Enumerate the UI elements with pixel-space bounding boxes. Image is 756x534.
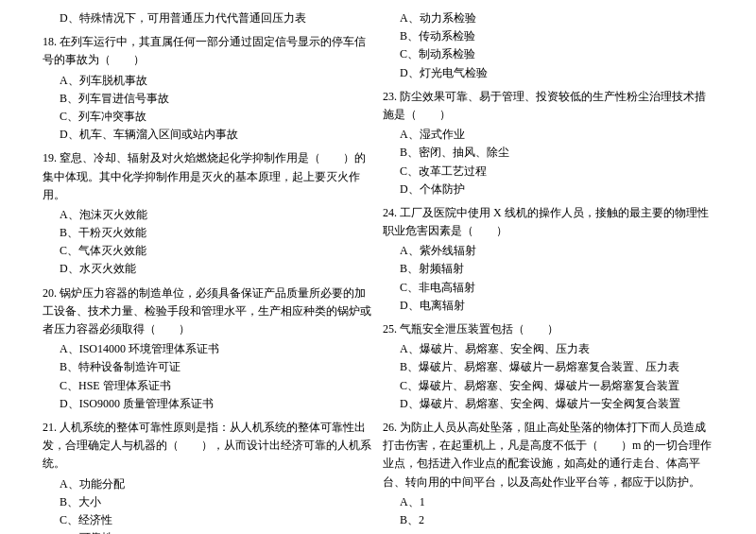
question-24: 24. 工厂及医院中使用 X 线机的操作人员，接触的最主要的物理性职业危害因素是…: [383, 204, 713, 315]
option-text: D、特殊情况下，可用普通压力代代普通回压力表: [43, 9, 373, 27]
option-d-special: D、特殊情况下，可用普通压力代代普通回压力表: [43, 9, 373, 27]
question-19: 19. 窒息、冷却、辐射及对火焰燃烧起化学抑制作用是（ ）的集中体现。其中化学抑…: [43, 149, 373, 278]
q26-text: 26. 为防止人员从高处坠落，阻止高处坠落的物体打下而人员造成打击伤害，在起重机…: [383, 419, 713, 491]
q21-option-c: C、经济性: [43, 511, 373, 529]
q24-text: 24. 工厂及医院中使用 X 线机的操作人员，接触的最主要的物理性职业危害因素是…: [383, 204, 713, 240]
q26-option-b: B、2: [383, 511, 713, 529]
question-20: 20. 锅炉压力容器的制造单位，必须具备保证产品质量所必要的加工设备、技术力量、…: [43, 284, 373, 413]
q19-option-d: D、水灭火效能: [43, 260, 373, 278]
q20-option-c: C、HSE 管理体系证书: [43, 377, 373, 395]
main-columns: D、特殊情况下，可用普通压力代代普通回压力表 18. 在列车运行中，其直属任何一…: [38, 9, 718, 534]
q20-option-d: D、ISO9000 质量管理体系证书: [43, 395, 373, 413]
q23-option-a: A、湿式作业: [383, 126, 713, 144]
question-21: 21. 人机系统的整体可靠性原则是指：从人机系统的整体可靠性出发，合理确定人与机…: [43, 419, 373, 534]
q24-option-d: D、电离辐射: [383, 297, 713, 315]
q21-option-d: D、可靠性: [43, 529, 373, 534]
q18-option-c: C、列车冲突事故: [43, 108, 373, 126]
q25-option-a: A、爆破片、易熔塞、安全阀、压力表: [383, 340, 713, 358]
q22-option-d: D、灯光电气检验: [383, 64, 713, 82]
q21-option-a: A、功能分配: [43, 475, 373, 493]
left-column: D、特殊情况下，可用普通压力代代普通回压力表 18. 在列车运行中，其直属任何一…: [38, 9, 378, 534]
q23-option-b: B、密闭、抽风、除尘: [383, 144, 713, 162]
q25-option-c: C、爆破片、易熔塞、安全阀、爆破片一易熔塞复合装置: [383, 377, 713, 395]
q22-option-c: C、制动系检验: [383, 45, 713, 63]
question-25: 25. 气瓶安全泄压装置包括（ ） A、爆破片、易熔塞、安全阀、压力表 B、爆破…: [383, 320, 713, 413]
q24-option-b: B、射频辐射: [383, 260, 713, 278]
q26-option-c: C、3: [383, 529, 713, 534]
q21-option-b: B、大小: [43, 493, 373, 511]
question-26: 26. 为防止人员从高处坠落，阻止高处坠落的物体打下而人员造成打击伤害，在起重机…: [383, 419, 713, 534]
q19-option-b: B、干粉灭火效能: [43, 224, 373, 242]
q20-text: 20. 锅炉压力容器的制造单位，必须具备保证产品质量所必要的加工设备、技术力量、…: [43, 284, 373, 339]
q21-text: 21. 人机系统的整体可靠性原则是指：从人机系统的整体可靠性出发，合理确定人与机…: [43, 419, 373, 474]
q18-option-b: B、列车冒进信号事故: [43, 90, 373, 108]
q19-text: 19. 窒息、冷却、辐射及对火焰燃烧起化学抑制作用是（ ）的集中体现。其中化学抑…: [43, 149, 373, 204]
q22-option-a: A、动力系检验: [383, 9, 713, 27]
q18-option-d: D、机车、车辆溜入区间或站内事故: [43, 126, 373, 144]
q23-option-c: C、改革工艺过程: [383, 163, 713, 181]
question-18: 18. 在列车运行中，其直属任何一部分通过固定信号显示的停车信号的事故为（ ） …: [43, 33, 373, 144]
q23-text: 23. 防尘效果可靠、易于管理、投资较低的生产性粉尘治理技术措施是（ ）: [383, 88, 713, 124]
q25-option-b: B、爆破片、易熔塞、爆破片一易熔塞复合装置、压力表: [383, 358, 713, 376]
q24-option-a: A、紫外线辐射: [383, 242, 713, 260]
q18-option-a: A、列车脱机事故: [43, 72, 373, 90]
q22-options: A、动力系检验 B、传动系检验 C、制动系检验 D、灯光电气检验: [383, 9, 713, 82]
q25-option-d: D、爆破片、易熔塞、安全阀、爆破片一安全阀复合装置: [383, 395, 713, 413]
q24-option-c: C、非电高辐射: [383, 279, 713, 297]
q23-option-d: D、个体防护: [383, 181, 713, 198]
q25-text: 25. 气瓶安全泄压装置包括（ ）: [383, 320, 713, 338]
q18-text: 18. 在列车运行中，其直属任何一部分通过固定信号显示的停车信号的事故为（ ）: [43, 33, 373, 69]
page-content: D、特殊情况下，可用普通压力代代普通回压力表 18. 在列车运行中，其直属任何一…: [38, 9, 718, 534]
right-column: A、动力系检验 B、传动系检验 C、制动系检验 D、灯光电气检验 23. 防尘效…: [378, 9, 718, 534]
question-23: 23. 防尘效果可靠、易于管理、投资较低的生产性粉尘治理技术措施是（ ） A、湿…: [383, 88, 713, 198]
q19-option-c: C、气体灭火效能: [43, 242, 373, 260]
q26-option-a: A、1: [383, 493, 713, 511]
q20-option-b: B、特种设备制造许可证: [43, 358, 373, 376]
q19-option-a: A、泡沫灭火效能: [43, 206, 373, 224]
q22-option-b: B、传动系检验: [383, 27, 713, 45]
q20-option-a: A、ISO14000 环境管理体系证书: [43, 340, 373, 358]
